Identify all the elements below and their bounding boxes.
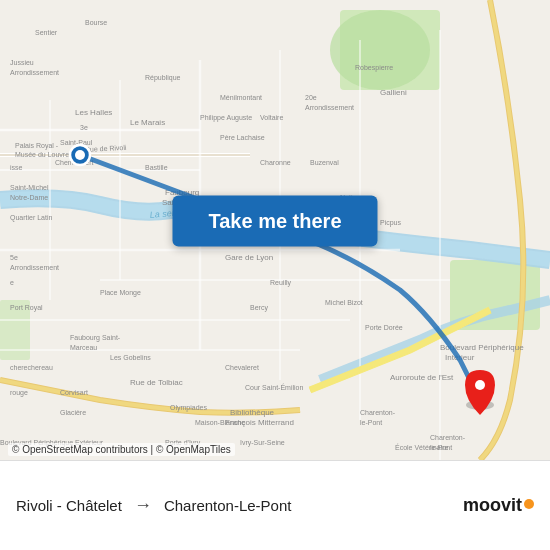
svg-text:Père Lachaise: Père Lachaise bbox=[220, 134, 265, 141]
svg-text:Notre-Dame: Notre-Dame bbox=[10, 194, 48, 201]
svg-text:Voltaire: Voltaire bbox=[260, 114, 283, 121]
svg-text:e: e bbox=[10, 279, 14, 286]
svg-text:Cour Saint-Émilion: Cour Saint-Émilion bbox=[245, 383, 303, 391]
svg-text:Robespierre: Robespierre bbox=[355, 64, 393, 72]
svg-text:Buzenval: Buzenval bbox=[310, 159, 339, 166]
svg-text:Chevaleret: Chevaleret bbox=[225, 364, 259, 371]
svg-text:Quartier Latin: Quartier Latin bbox=[10, 214, 53, 222]
svg-text:Bourse: Bourse bbox=[85, 19, 107, 26]
moovit-brand-text: moovit bbox=[463, 495, 522, 516]
svg-text:Charenton-: Charenton- bbox=[430, 434, 466, 441]
svg-text:rouge: rouge bbox=[10, 389, 28, 397]
origin-label: Rivoli - Châtelet bbox=[16, 497, 122, 514]
svg-text:Bastille: Bastille bbox=[145, 164, 168, 171]
svg-text:Les Gobelins: Les Gobelins bbox=[110, 354, 151, 361]
map-attribution: © OpenStreetMap contributors | © OpenMap… bbox=[8, 443, 235, 456]
svg-text:Les Halles: Les Halles bbox=[75, 108, 112, 117]
svg-text:Reuilly: Reuilly bbox=[270, 279, 292, 287]
svg-text:Auroroute de l'Est: Auroroute de l'Est bbox=[390, 373, 454, 382]
moovit-logo: moovit bbox=[463, 495, 534, 516]
svg-text:Michel Bizot: Michel Bizot bbox=[325, 299, 363, 306]
svg-text:Jussieu: Jussieu bbox=[10, 59, 34, 66]
svg-text:Charonne: Charonne bbox=[260, 159, 291, 166]
svg-text:Rue de Tolbiac: Rue de Tolbiac bbox=[130, 378, 183, 387]
svg-text:François Mitterrand: François Mitterrand bbox=[225, 418, 294, 427]
svg-text:20e: 20e bbox=[305, 94, 317, 101]
svg-text:Place Monge: Place Monge bbox=[100, 289, 141, 297]
svg-text:Gare de Lyon: Gare de Lyon bbox=[225, 253, 273, 262]
arrow-icon: → bbox=[134, 495, 152, 516]
svg-text:Saint-Michel: Saint-Michel bbox=[10, 184, 49, 191]
svg-point-88 bbox=[75, 150, 85, 160]
svg-text:Philippe Auguste: Philippe Auguste bbox=[200, 114, 252, 122]
moovit-dot-icon bbox=[524, 499, 534, 509]
destination-label: Charenton-Le-Pont bbox=[164, 497, 292, 514]
svg-text:3e: 3e bbox=[80, 124, 88, 131]
svg-text:Faubourg Saint-: Faubourg Saint- bbox=[70, 334, 121, 342]
svg-text:Arrondissement: Arrondissement bbox=[305, 104, 354, 111]
svg-text:Arrondissement: Arrondissement bbox=[10, 264, 59, 271]
svg-text:Bibliothèque: Bibliothèque bbox=[230, 408, 275, 417]
svg-text:Sentier: Sentier bbox=[35, 29, 58, 36]
svg-text:Palais Royal -: Palais Royal - bbox=[15, 142, 59, 150]
svg-text:Gallieni: Gallieni bbox=[380, 88, 407, 97]
svg-text:Glacière: Glacière bbox=[60, 409, 86, 416]
svg-text:5e: 5e bbox=[10, 254, 18, 261]
svg-point-90 bbox=[475, 380, 485, 390]
svg-text:Arrondissement: Arrondissement bbox=[10, 69, 59, 76]
svg-text:Picpus: Picpus bbox=[380, 219, 402, 227]
svg-text:Bercy: Bercy bbox=[250, 304, 268, 312]
svg-text:École Vétérinaire: École Vétérinaire bbox=[395, 443, 448, 451]
svg-text:Port Royal: Port Royal bbox=[10, 304, 43, 312]
svg-text:Olympiades: Olympiades bbox=[170, 404, 207, 412]
svg-text:Ivry-Sur-Seine: Ivry-Sur-Seine bbox=[240, 439, 285, 447]
svg-text:Ménilmontant: Ménilmontant bbox=[220, 94, 262, 101]
svg-text:le-Pont: le-Pont bbox=[360, 419, 382, 426]
svg-text:Corvisart: Corvisart bbox=[60, 389, 88, 396]
map-container: Palais Royal - Musée du Louvre Saint-Mic… bbox=[0, 0, 550, 460]
svg-text:isse: isse bbox=[10, 164, 23, 171]
svg-text:Musée du Louvre: Musée du Louvre bbox=[15, 151, 69, 158]
route-info: Rivoli - Châtelet → Charenton-Le-Pont bbox=[16, 495, 463, 516]
svg-point-4 bbox=[330, 10, 430, 90]
svg-text:Marceau: Marceau bbox=[70, 344, 97, 351]
svg-text:Porte Dorée: Porte Dorée bbox=[365, 324, 403, 331]
svg-text:République: République bbox=[145, 74, 181, 82]
bottom-bar: Rivoli - Châtelet → Charenton-Le-Pont mo… bbox=[0, 460, 550, 550]
svg-text:Charenton-: Charenton- bbox=[360, 409, 396, 416]
svg-text:cherechereau: cherechereau bbox=[10, 364, 53, 371]
take-me-there-button[interactable]: Take me there bbox=[172, 195, 377, 246]
svg-text:Le Marais: Le Marais bbox=[130, 118, 165, 127]
